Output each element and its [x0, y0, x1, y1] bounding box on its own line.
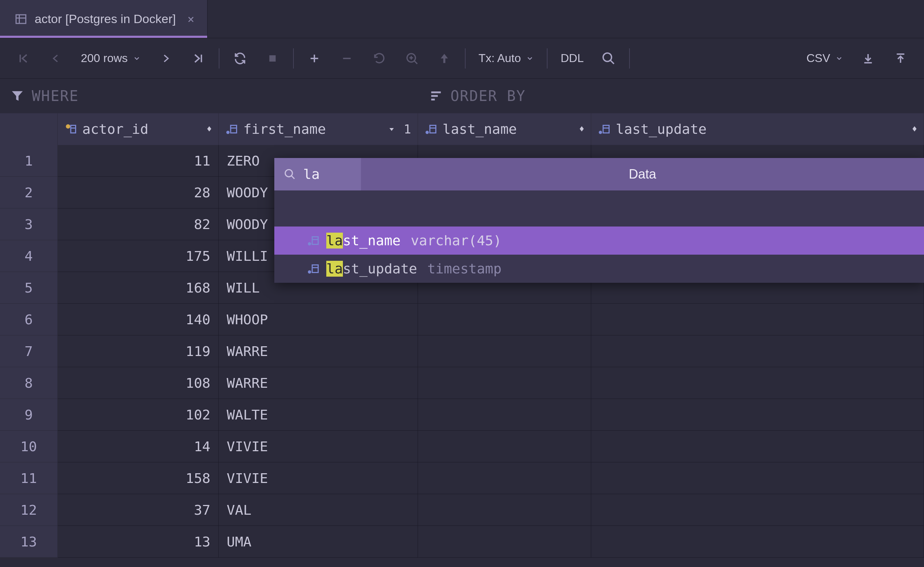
column-header-last-name[interactable]: last_name ♦	[418, 113, 591, 145]
tab-bar: actor [Postgres in Docker] ×	[0, 0, 924, 38]
svg-rect-32	[603, 126, 609, 133]
cell-first-name[interactable]: VIVIE	[219, 462, 418, 494]
table-row[interactable]: 12 37 VAL	[0, 494, 924, 526]
refresh-button[interactable]	[224, 42, 256, 75]
where-section[interactable]: WHERE	[0, 79, 419, 113]
add-row-button[interactable]	[298, 42, 331, 75]
cell-actor-id[interactable]: 14	[58, 430, 219, 462]
cell-actor-id[interactable]: 37	[58, 494, 219, 526]
next-page-button[interactable]	[149, 42, 182, 75]
export-format-selector[interactable]: CSV	[798, 42, 852, 75]
svg-line-35	[291, 176, 294, 179]
cell-last-name[interactable]	[418, 399, 591, 430]
cell-last-update[interactable]	[591, 430, 924, 462]
cell-actor-id[interactable]: 158	[58, 462, 219, 494]
cell-last-name[interactable]	[418, 526, 591, 558]
cell-actor-id[interactable]: 82	[58, 208, 219, 240]
editor-tab[interactable]: actor [Postgres in Docker] ×	[0, 0, 207, 38]
cell-last-name[interactable]	[418, 462, 591, 494]
first-page-button[interactable]	[7, 42, 40, 75]
table-row[interactable]: 7 119 WARRE	[0, 336, 924, 367]
cell-first-name[interactable]: WARRE	[219, 336, 418, 367]
search-icon	[284, 168, 296, 180]
cell-last-update[interactable]	[591, 526, 924, 558]
table-row[interactable]: 6 140 WHOOP	[0, 304, 924, 336]
row-number[interactable]: 3	[0, 208, 58, 240]
cell-last-update[interactable]	[591, 399, 924, 430]
svg-point-28	[426, 131, 428, 134]
orderby-section[interactable]: ORDER BY	[419, 79, 924, 113]
cell-last-update[interactable]	[591, 304, 924, 336]
sort-desc-icon	[387, 125, 396, 134]
search-button[interactable]	[592, 42, 625, 75]
separator	[293, 48, 294, 69]
cell-actor-id[interactable]: 102	[58, 399, 219, 430]
row-number[interactable]: 5	[0, 272, 58, 304]
search-input[interactable]	[303, 166, 339, 182]
upload-button[interactable]	[884, 42, 917, 75]
cell-first-name[interactable]: WARRE	[219, 367, 418, 399]
ddl-button[interactable]: DDL	[552, 42, 592, 75]
cell-actor-id[interactable]: 168	[58, 272, 219, 304]
row-number[interactable]: 12	[0, 494, 58, 526]
row-number[interactable]: 6	[0, 304, 58, 336]
popup-tab-data[interactable]: Data	[361, 158, 924, 190]
cell-actor-id[interactable]: 140	[58, 304, 219, 336]
autocomplete-item[interactable]: last_name varchar(45)	[274, 226, 924, 255]
table-row[interactable]: 9 102 WALTE	[0, 399, 924, 430]
row-number[interactable]: 1	[0, 145, 58, 177]
table-row[interactable]: 13 13 UMA	[0, 526, 924, 558]
column-header-last-update[interactable]: last_update ♦	[591, 113, 924, 145]
cell-actor-id[interactable]: 108	[58, 367, 219, 399]
cell-last-name[interactable]	[418, 367, 591, 399]
popup-item-list: last_name varchar(45) last_update timest…	[274, 190, 924, 283]
svg-rect-29	[430, 126, 436, 133]
rows-selector[interactable]: 200 rows	[72, 42, 149, 75]
cell-first-name[interactable]: WHOOP	[219, 304, 418, 336]
cell-last-name[interactable]	[418, 304, 591, 336]
row-number[interactable]: 13	[0, 526, 58, 558]
preview-button[interactable]	[395, 42, 428, 75]
row-number[interactable]: 9	[0, 399, 58, 430]
cell-actor-id[interactable]: 11	[58, 145, 219, 177]
row-number[interactable]: 4	[0, 240, 58, 272]
cell-last-name[interactable]	[418, 494, 591, 526]
cell-last-name[interactable]	[418, 336, 591, 367]
row-number[interactable]: 10	[0, 430, 58, 462]
close-icon[interactable]: ×	[187, 12, 194, 26]
row-number[interactable]: 2	[0, 177, 58, 208]
chevron-down-icon	[835, 54, 843, 62]
cell-first-name[interactable]: UMA	[219, 526, 418, 558]
cell-actor-id[interactable]: 13	[58, 526, 219, 558]
cell-last-update[interactable]	[591, 367, 924, 399]
submit-button[interactable]	[428, 42, 461, 75]
cell-first-name[interactable]: VAL	[219, 494, 418, 526]
cell-first-name[interactable]: WALTE	[219, 399, 418, 430]
prev-page-button[interactable]	[40, 42, 72, 75]
table-row[interactable]: 10 14 VIVIE	[0, 430, 924, 462]
download-button[interactable]	[852, 42, 884, 75]
row-number[interactable]: 11	[0, 462, 58, 494]
stop-button[interactable]	[256, 42, 289, 75]
cell-last-update[interactable]	[591, 494, 924, 526]
row-number[interactable]: 7	[0, 336, 58, 367]
column-header-actor-id[interactable]: actor_id ♦	[58, 113, 219, 145]
cell-last-update[interactable]	[591, 336, 924, 367]
tx-mode-selector[interactable]: Tx: Auto	[470, 42, 542, 75]
cell-last-name[interactable]	[418, 430, 591, 462]
cell-first-name[interactable]: VIVIE	[219, 430, 418, 462]
table-row[interactable]: 8 108 WARRE	[0, 367, 924, 399]
cell-actor-id[interactable]: 119	[58, 336, 219, 367]
remove-row-button[interactable]	[331, 42, 363, 75]
row-number[interactable]: 8	[0, 367, 58, 399]
row-number-header[interactable]	[0, 113, 58, 145]
table-row[interactable]: 11 158 VIVIE	[0, 462, 924, 494]
revert-button[interactable]	[363, 42, 395, 75]
cell-actor-id[interactable]: 28	[58, 177, 219, 208]
autocomplete-item[interactable]: last_update timestamp	[274, 255, 924, 283]
last-page-button[interactable]	[182, 42, 214, 75]
cell-last-update[interactable]	[591, 462, 924, 494]
cell-actor-id[interactable]: 175	[58, 240, 219, 272]
column-header-first-name[interactable]: first_name 1	[219, 113, 418, 145]
popup-search-box[interactable]	[274, 158, 361, 190]
